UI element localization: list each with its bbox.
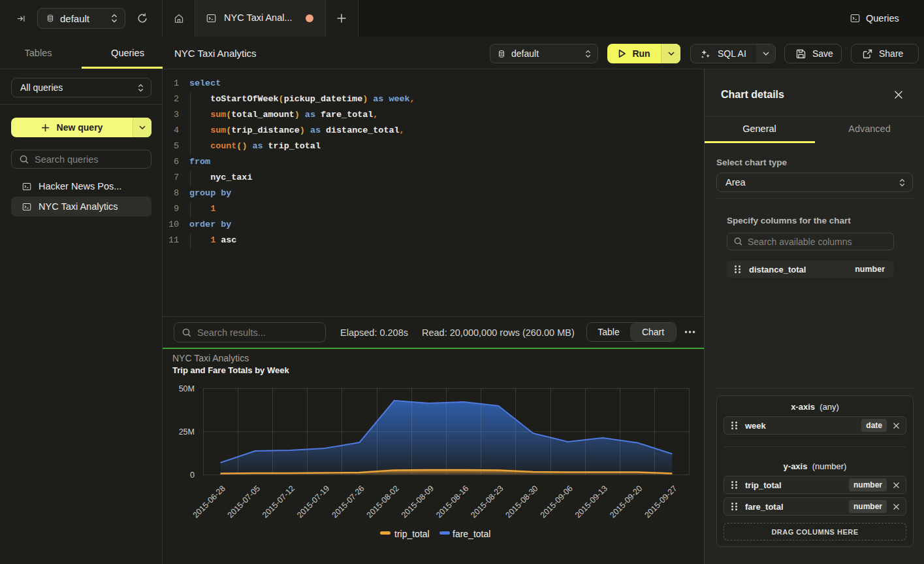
svg-text:trip_total: trip_total bbox=[394, 529, 430, 539]
svg-text:2015-08-30: 2015-08-30 bbox=[504, 484, 540, 520]
svg-text:2015-07-26: 2015-07-26 bbox=[330, 484, 366, 520]
svg-text:2015-08-16: 2015-08-16 bbox=[434, 484, 470, 520]
svg-text:2015-09-27: 2015-09-27 bbox=[643, 484, 678, 520]
svg-text:2015-07-12: 2015-07-12 bbox=[261, 484, 296, 520]
svg-text:fare_total: fare_total bbox=[453, 529, 490, 539]
svg-text:2015-08-23: 2015-08-23 bbox=[469, 484, 505, 520]
svg-text:2015-09-13: 2015-09-13 bbox=[573, 484, 609, 520]
svg-text:0: 0 bbox=[190, 471, 195, 480]
svg-text:2015-07-19: 2015-07-19 bbox=[295, 484, 331, 520]
svg-text:NYC Taxi Analytics: NYC Taxi Analytics bbox=[172, 353, 249, 363]
svg-text:2015-08-02: 2015-08-02 bbox=[365, 484, 401, 520]
svg-text:2015-09-06: 2015-09-06 bbox=[539, 484, 575, 520]
svg-text:50M: 50M bbox=[179, 384, 195, 393]
svg-text:2015-06-28: 2015-06-28 bbox=[191, 484, 227, 520]
svg-text:25M: 25M bbox=[179, 427, 195, 437]
svg-text:2015-07-05: 2015-07-05 bbox=[226, 484, 262, 520]
svg-text:2015-08-09: 2015-08-09 bbox=[400, 484, 436, 520]
svg-text:2015-09-20: 2015-09-20 bbox=[608, 484, 644, 520]
svg-text:Trip and Fare Totals by Week: Trip and Fare Totals by Week bbox=[172, 365, 289, 375]
